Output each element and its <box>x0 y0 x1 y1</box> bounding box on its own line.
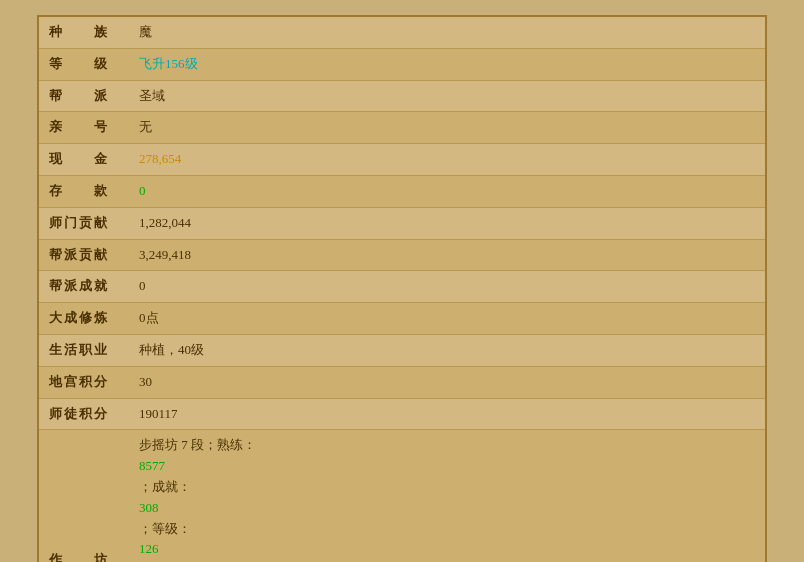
table-row: 亲 号无 <box>39 112 765 144</box>
table-row: 存 款0 <box>39 175 765 207</box>
row-label: 师徒积分 <box>39 398 129 430</box>
table-row: 帮派成就0 <box>39 271 765 303</box>
row-value-text: 种植，40级 <box>139 342 204 357</box>
table-row: 大成修炼0点 <box>39 303 765 335</box>
row-value-text: 飞升156级 <box>139 56 198 71</box>
row-value-text: 278,654 <box>139 151 181 166</box>
table-row: 作 坊步摇坊 7 段；熟练：8577；成就：308；等级：126同心坊 7 段；… <box>39 430 765 562</box>
main-panel: 种 族魔等 级飞升156级帮 派圣域亲 号无现 金278,654存 款0师门贡献… <box>37 15 767 562</box>
row-value: 种植，40级 <box>129 334 765 366</box>
row-label: 帮派成就 <box>39 271 129 303</box>
table-row: 帮派贡献3,249,418 <box>39 239 765 271</box>
row-value: 3,249,418 <box>129 239 765 271</box>
info-table: 种 族魔等 级飞升156级帮 派圣域亲 号无现 金278,654存 款0师门贡献… <box>39 17 765 562</box>
row-value: 30 <box>129 366 765 398</box>
row-value: 无 <box>129 112 765 144</box>
row-value: 飞升156级 <box>129 48 765 80</box>
row-label: 现 金 <box>39 144 129 176</box>
row-value-text: 圣域 <box>139 88 165 103</box>
row-label: 地宫积分 <box>39 366 129 398</box>
outer-container: 种 族魔等 级飞升156级帮 派圣域亲 号无现 金278,654存 款0师门贡献… <box>0 0 804 562</box>
row-label: 大成修炼 <box>39 303 129 335</box>
row-value-text: 0 <box>139 183 146 198</box>
row-value: 步摇坊 7 段；熟练：8577；成就：308；等级：126同心坊 7 段；熟练：… <box>129 430 765 562</box>
row-value: 1,282,044 <box>129 207 765 239</box>
table-row: 帮 派圣域 <box>39 80 765 112</box>
row-value-text: 无 <box>139 119 152 134</box>
table-row: 种 族魔 <box>39 17 765 48</box>
row-value: 190117 <box>129 398 765 430</box>
table-row: 师徒积分190117 <box>39 398 765 430</box>
row-label: 存 款 <box>39 175 129 207</box>
row-value: 0 <box>129 271 765 303</box>
row-value-text: 0点 <box>139 310 159 325</box>
row-label: 帮派贡献 <box>39 239 129 271</box>
row-value-text: 30 <box>139 374 152 389</box>
row-label: 作 坊 <box>39 430 129 562</box>
row-value-text: 魔 <box>139 24 152 39</box>
table-row: 现 金278,654 <box>39 144 765 176</box>
row-label: 等 级 <box>39 48 129 80</box>
row-value-text: 1,282,044 <box>139 215 191 230</box>
row-label: 亲 号 <box>39 112 129 144</box>
row-value: 278,654 <box>129 144 765 176</box>
row-value-text: 190117 <box>139 406 178 421</box>
row-label: 帮 派 <box>39 80 129 112</box>
workshop-line-1: 步摇坊 7 段；熟练：8577；成就：308；等级：126 <box>139 435 755 560</box>
row-value: 0点 <box>129 303 765 335</box>
table-row: 等 级飞升156级 <box>39 48 765 80</box>
row-value: 魔 <box>129 17 765 48</box>
table-row: 生活职业种植，40级 <box>39 334 765 366</box>
row-value-text: 3,249,418 <box>139 247 191 262</box>
row-value: 圣域 <box>129 80 765 112</box>
row-value-text: 0 <box>139 278 146 293</box>
table-row: 地宫积分30 <box>39 366 765 398</box>
row-value: 0 <box>129 175 765 207</box>
row-label: 种 族 <box>39 17 129 48</box>
table-row: 师门贡献1,282,044 <box>39 207 765 239</box>
row-label: 师门贡献 <box>39 207 129 239</box>
row-label: 生活职业 <box>39 334 129 366</box>
